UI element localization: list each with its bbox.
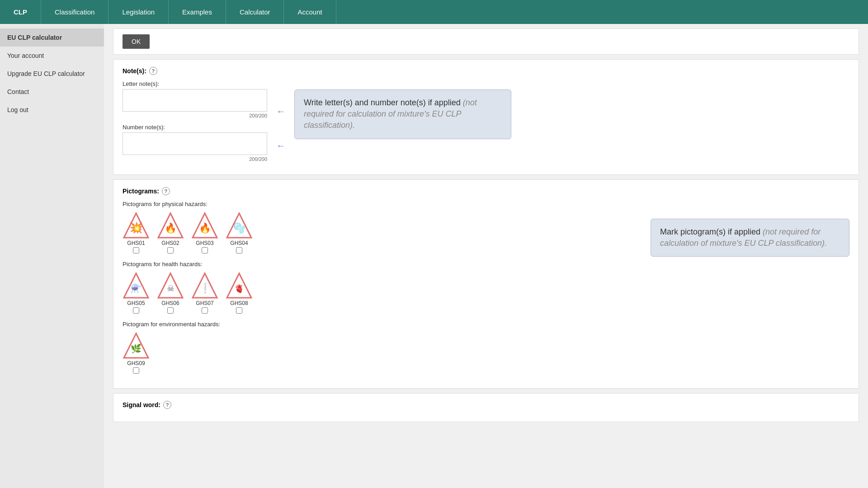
ghs04-label: GHS04 xyxy=(230,240,248,246)
ghs07-item: ❕ GHS07 xyxy=(191,272,218,314)
nav-label-account: Account xyxy=(297,8,322,16)
svg-text:💥: 💥 xyxy=(129,221,143,234)
signal-word-title: Signal word: xyxy=(123,401,160,408)
ok-button[interactable]: OK xyxy=(123,34,150,49)
ghs04-checkbox[interactable] xyxy=(236,247,242,253)
main-layout: EU CLP calculator Your account Upgrade E… xyxy=(0,24,868,488)
ghs03-item: 🔥 GHS03 xyxy=(191,212,218,253)
notes-help-icon[interactable]: ? xyxy=(149,67,157,75)
ghs01-checkbox[interactable] xyxy=(133,247,139,253)
ghs08-checkbox[interactable] xyxy=(236,307,242,314)
number-notes-input[interactable] xyxy=(123,132,267,155)
ghs05-item: ⚗️ GHS05 xyxy=(123,272,150,314)
sidebar-label-upgrade: Upgrade EU CLP calculator xyxy=(7,70,85,77)
nav-item-calculator[interactable]: Calculator xyxy=(226,0,284,24)
notes-section: Note(s): ? Letter note(s): 200/200 Numbe… xyxy=(113,59,859,175)
ghs06-label: GHS06 xyxy=(161,300,179,306)
nav-item-clp[interactable]: CLP xyxy=(0,0,41,24)
ghs05-label: GHS05 xyxy=(127,300,145,306)
sidebar-item-eu-clp-calculator[interactable]: EU CLP calculator xyxy=(0,28,104,47)
health-hazards-label: Pictograms for health hazards: xyxy=(123,261,642,267)
pictograms-help-icon[interactable]: ? xyxy=(162,187,170,195)
notes-fields: Letter note(s): 200/200 Number note(s): … xyxy=(123,80,267,167)
notes-tooltip: Write letter(s) and number note(s) if ap… xyxy=(294,89,511,139)
letter-notes-label: Letter note(s): xyxy=(123,80,267,87)
ghs03-label: GHS03 xyxy=(196,240,213,246)
svg-text:❕: ❕ xyxy=(199,282,211,294)
ghs09-checkbox[interactable] xyxy=(133,367,139,374)
sidebar-item-your-account[interactable]: Your account xyxy=(0,47,104,65)
top-navigation: CLP Classification Legislation Examples … xyxy=(0,0,868,24)
nav-item-account[interactable]: Account xyxy=(284,0,336,24)
svg-text:🫀: 🫀 xyxy=(234,284,245,294)
arrow-letter: ← xyxy=(276,106,285,117)
physical-hazards-row: 💥 GHS01 🔥 GHS02 xyxy=(123,212,642,253)
ghs09-item: 🌿 GHS09 xyxy=(123,332,150,374)
nav-label-clp: CLP xyxy=(14,8,27,16)
ghs08-label: GHS08 xyxy=(230,300,248,306)
pictograms-title: Pictograms: xyxy=(123,188,159,195)
content-area: OK Note(s): ? Letter note(s): 200/200 Nu… xyxy=(104,24,868,488)
pictograms-section-header: Pictograms: ? xyxy=(123,187,849,195)
notes-arrows: ← ← xyxy=(276,89,285,167)
svg-text:🌿: 🌿 xyxy=(131,343,142,354)
svg-text:⚗️: ⚗️ xyxy=(131,283,142,294)
sidebar: EU CLP calculator Your account Upgrade E… xyxy=(0,24,104,488)
svg-text:🔥: 🔥 xyxy=(199,222,211,234)
ghs04-icon: 🫧 xyxy=(226,212,253,239)
pictograms-tooltip-text: Mark pictogram(s) if applied xyxy=(660,227,760,236)
ghs07-label: GHS07 xyxy=(196,300,213,306)
svg-text:🔥: 🔥 xyxy=(165,222,177,234)
nav-label-legislation: Legislation xyxy=(122,8,155,16)
ghs02-label: GHS02 xyxy=(161,240,179,246)
ghs01-icon: 💥 xyxy=(123,212,150,239)
ghs02-checkbox[interactable] xyxy=(167,247,174,253)
letter-notes-input[interactable] xyxy=(123,89,267,112)
ghs07-checkbox[interactable] xyxy=(202,307,208,314)
ghs06-icon: ☠ xyxy=(157,272,184,299)
env-hazards-row: 🌿 GHS09 xyxy=(123,332,642,374)
sidebar-item-upgrade[interactable]: Upgrade EU CLP calculator xyxy=(0,65,104,83)
letter-notes-group: Letter note(s): 200/200 xyxy=(123,80,267,118)
ghs02-item: 🔥 GHS02 xyxy=(157,212,184,253)
sidebar-label-your-account: Your account xyxy=(7,52,44,59)
nav-label-classification: Classification xyxy=(55,8,94,16)
signal-word-help-icon[interactable]: ? xyxy=(163,401,171,409)
ghs05-checkbox[interactable] xyxy=(133,307,139,314)
sidebar-item-log-out[interactable]: Log out xyxy=(0,101,104,119)
letter-notes-char-count: 200/200 xyxy=(123,113,267,118)
ghs08-icon: 🫀 xyxy=(226,272,253,299)
number-notes-group: Number note(s): 200/200 xyxy=(123,124,267,162)
ghs04-item: 🫧 GHS04 xyxy=(226,212,253,253)
ghs06-checkbox[interactable] xyxy=(167,307,174,314)
ghs03-icon: 🔥 xyxy=(191,212,218,239)
signal-word-header: Signal word: ? xyxy=(123,401,849,409)
ghs08-item: 🫀 GHS08 xyxy=(226,272,253,314)
sidebar-label-eu-clp-calculator: EU CLP calculator xyxy=(7,34,62,41)
svg-text:🫧: 🫧 xyxy=(233,222,245,234)
ghs05-icon: ⚗️ xyxy=(123,272,150,299)
pictograms-left: Pictograms for physical hazards: 💥 GHS01 xyxy=(123,201,642,381)
ghs06-item: ☠ GHS06 xyxy=(157,272,184,314)
nav-label-calculator: Calculator xyxy=(240,8,270,16)
nav-item-classification[interactable]: Classification xyxy=(41,0,108,24)
pictograms-tooltip: Mark pictogram(s) if applied (not requir… xyxy=(651,219,849,257)
nav-label-examples: Examples xyxy=(182,8,212,16)
ghs03-checkbox[interactable] xyxy=(202,247,208,253)
nav-item-examples[interactable]: Examples xyxy=(169,0,226,24)
svg-text:☠: ☠ xyxy=(167,284,175,293)
ghs01-label: GHS01 xyxy=(127,240,145,246)
number-notes-char-count: 200/200 xyxy=(123,156,267,162)
notes-layout: Letter note(s): 200/200 Number note(s): … xyxy=(123,80,849,167)
sidebar-item-contact[interactable]: Contact xyxy=(0,83,104,101)
notes-tooltip-text: Write letter(s) and number note(s) if ap… xyxy=(304,98,461,107)
nav-item-legislation[interactable]: Legislation xyxy=(108,0,169,24)
arrow-number: ← xyxy=(276,141,285,151)
ghs07-icon: ❕ xyxy=(191,272,218,299)
pictograms-layout: Pictograms for physical hazards: 💥 GHS01 xyxy=(123,201,849,381)
physical-hazards-label: Pictograms for physical hazards: xyxy=(123,201,642,207)
ghs09-label: GHS09 xyxy=(127,360,145,366)
env-hazards-label: Pictogram for environmental hazards: xyxy=(123,321,642,328)
sidebar-label-log-out: Log out xyxy=(7,106,28,113)
pictograms-section: Pictograms: ? Pictograms for physical ha… xyxy=(113,179,859,389)
